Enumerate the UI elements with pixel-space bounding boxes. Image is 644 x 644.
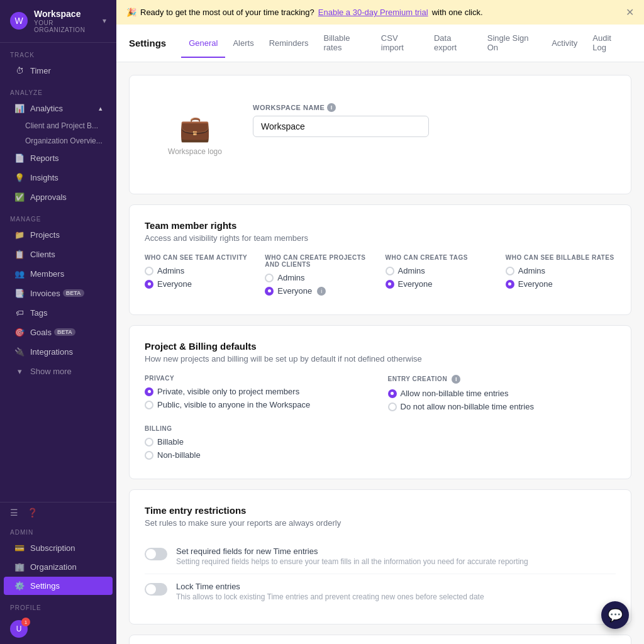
- workspace-logo-section: 💼 Workspace logo WORKSPACE NAME i: [145, 91, 616, 179]
- privacy-private-radio[interactable]: [145, 387, 153, 396]
- see-billable-admins-radio[interactable]: [506, 267, 514, 275]
- create-tags-admins[interactable]: Admins: [386, 266, 496, 275]
- chat-button[interactable]: 💬: [601, 601, 629, 629]
- profile-row[interactable]: U 1: [0, 614, 116, 644]
- sidebar-item-members[interactable]: 👥 Members: [4, 265, 113, 283]
- who-see-billable-rates-group: WHO CAN SEE BILLABLE RATES Admins Everyo…: [506, 254, 616, 299]
- sidebar-item-reports[interactable]: 📄 Reports: [4, 149, 113, 167]
- entry-allow-radio[interactable]: [388, 389, 397, 398]
- required-fields-desc: Setting required fields helps to ensure …: [176, 557, 528, 566]
- sidebar-item-integrations[interactable]: 🔌 Integrations: [4, 343, 113, 361]
- profile-section-label: PROFILE: [0, 596, 116, 614]
- banner-suffix: with one click.: [432, 8, 483, 17]
- create-tags-admins-radio[interactable]: [386, 267, 394, 275]
- tab-csv-import[interactable]: CSV import: [374, 25, 426, 62]
- sidebar-item-subscription[interactable]: 💳 Subscription: [4, 539, 113, 557]
- create-tags-everyone-radio[interactable]: [386, 280, 394, 289]
- billing-non-billable-radio[interactable]: [145, 451, 153, 460]
- manage-section-label: MANAGE: [0, 207, 116, 225]
- required-fields-title: Set required fields for new Time entries: [176, 547, 528, 556]
- tab-general[interactable]: General: [181, 30, 225, 58]
- workspace-name-input[interactable]: [253, 116, 429, 137]
- sidebar-item-show-more-label: Show more: [30, 367, 72, 376]
- organization-icon: 🏢: [14, 562, 25, 572]
- see-team-everyone[interactable]: Everyone: [145, 279, 255, 289]
- sidebar-item-integrations-label: Integrations: [30, 347, 73, 357]
- lock-entries-toggle-row: Lock Time entries This allows to lock ex…: [145, 574, 616, 609]
- billing-title: BILLING: [145, 425, 616, 432]
- admin-section-label: ADMIN: [0, 523, 116, 538]
- tab-activity[interactable]: Activity: [544, 30, 585, 58]
- sidebar-item-clients-label: Clients: [30, 250, 55, 259]
- time-restrictions-desc: Set rules to make sure your reports are …: [145, 518, 616, 528]
- sidebar-item-invoices[interactable]: 📑 Invoices BETA: [4, 284, 113, 303]
- sidebar-item-settings[interactable]: ⚙️ Settings: [4, 577, 113, 595]
- tab-data-export[interactable]: Data export: [426, 25, 480, 62]
- sidebar-item-approvals[interactable]: ✅ Approvals: [4, 188, 113, 206]
- entry-no-nonbillable[interactable]: Do not allow non-billable time entries: [388, 402, 616, 411]
- billing-non-billable[interactable]: Non-billable: [145, 450, 616, 460]
- create-projects-everyone-info-icon[interactable]: i: [317, 287, 326, 296]
- privacy-public-radio[interactable]: [145, 401, 153, 409]
- workspace-name-info-icon[interactable]: i: [327, 103, 336, 112]
- entry-no-radio[interactable]: [388, 402, 397, 411]
- sidebar-item-projects[interactable]: 📁 Projects: [4, 226, 113, 244]
- goals-icon: 🎯: [14, 328, 25, 337]
- privacy-private[interactable]: Private, visible only to project members: [145, 387, 373, 396]
- create-projects-everyone[interactable]: Everyone i: [265, 286, 375, 296]
- sidebar-item-organization-label: Organization: [30, 562, 77, 572]
- sidebar-header[interactable]: W Workspace YOUR ORGANIZATION ▾: [0, 0, 116, 43]
- tab-billable-rates[interactable]: Billable rates: [316, 25, 374, 62]
- help-icon[interactable]: ❓: [27, 508, 38, 518]
- entry-allow-nonbillable[interactable]: Allow non-billable time entries: [388, 389, 616, 398]
- create-tags-everyone[interactable]: Everyone: [386, 279, 496, 289]
- create-projects-admins-radio[interactable]: [265, 274, 274, 282]
- sidebar-item-analytics[interactable]: 📊 Analytics ▴: [4, 99, 113, 118]
- sidebar-item-clients[interactable]: 📋 Clients: [4, 245, 113, 264]
- org-name: Workspace: [34, 9, 103, 19]
- sidebar-item-org-overview[interactable]: Organization Overvie...: [0, 133, 116, 148]
- create-projects-admins[interactable]: Admins: [265, 273, 375, 282]
- billing-billable[interactable]: Billable: [145, 437, 616, 447]
- premium-banner: 🎉 Ready to get the most out of your time…: [116, 0, 644, 25]
- see-team-admins[interactable]: Admins: [145, 266, 255, 275]
- premium-trial-link[interactable]: Enable a 30-day Premium trial: [318, 8, 428, 17]
- sidebar-chevron-icon[interactable]: ▾: [103, 16, 106, 25]
- see-team-admins-radio[interactable]: [145, 267, 153, 275]
- menu-icon[interactable]: ☰: [10, 508, 18, 518]
- notification-badge: 1: [21, 618, 30, 626]
- sidebar-item-insights[interactable]: 💡 Insights: [4, 169, 113, 187]
- banner-close-icon[interactable]: ✕: [626, 6, 634, 18]
- sidebar-item-show-more[interactable]: ▾ Show more: [4, 362, 113, 380]
- sidebar-item-timer-label: Timer: [30, 66, 51, 75]
- see-billable-everyone-radio[interactable]: [506, 280, 514, 289]
- show-more-icon: ▾: [14, 367, 25, 376]
- entry-creation-info-icon[interactable]: i: [452, 375, 460, 384]
- goals-badge: BETA: [54, 328, 75, 336]
- sidebar-item-timer[interactable]: ⏱ Timer: [4, 62, 113, 80]
- integrations-icon: 🔌: [14, 347, 25, 357]
- see-billable-everyone[interactable]: Everyone: [506, 279, 616, 289]
- tab-reminders[interactable]: Reminders: [262, 30, 316, 58]
- create-projects-everyone-radio[interactable]: [265, 287, 274, 296]
- sidebar-item-tags[interactable]: 🏷 Tags: [4, 304, 113, 322]
- settings-content: 💼 Workspace logo WORKSPACE NAME i Team m…: [116, 62, 644, 644]
- required-fields-toggle[interactable]: [145, 548, 167, 560]
- settings-tabs-bar: Settings General Alerts Reminders Billab…: [116, 25, 644, 62]
- sidebar-item-goals[interactable]: 🎯 Goals BETA: [4, 323, 113, 341]
- tab-audit-log[interactable]: Audit Log: [585, 25, 631, 62]
- sidebar-item-organization[interactable]: 🏢 Organization: [4, 558, 113, 576]
- sidebar-item-client-project[interactable]: Client and Project B...: [0, 118, 116, 133]
- lock-entries-toggle[interactable]: [145, 583, 167, 596]
- tab-single-sign-on[interactable]: Single Sign On: [480, 25, 544, 62]
- privacy-public[interactable]: Public, visible to anyone in the Workspa…: [145, 400, 373, 409]
- logo-placeholder: 💼 Workspace logo: [157, 103, 233, 166]
- billing-billable-radio[interactable]: [145, 438, 153, 447]
- workspace-name-label: WORKSPACE NAME i: [253, 103, 603, 112]
- tab-alerts[interactable]: Alerts: [225, 30, 261, 58]
- see-billable-admins[interactable]: Admins: [506, 266, 616, 275]
- main-content: 🎉 Ready to get the most out of your time…: [116, 0, 644, 644]
- see-team-everyone-radio[interactable]: [145, 280, 153, 289]
- analyze-section-label: ANALYZE: [0, 80, 116, 99]
- billing-type-group: BILLING Billable Non-billable: [145, 425, 616, 460]
